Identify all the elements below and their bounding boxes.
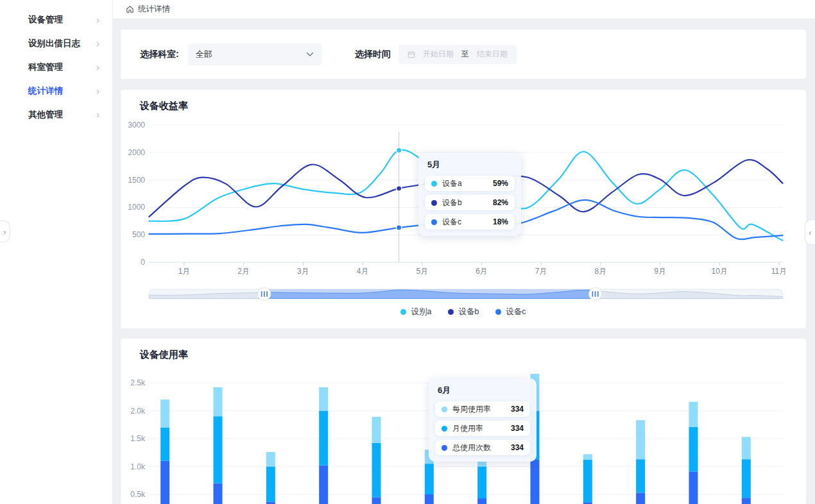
svg-text:11月: 11月 <box>771 267 787 276</box>
bar-segment[interactable] <box>742 437 751 459</box>
usage-chart-tooltip: 6月每周使用率334月使用率334总使用次数334 <box>429 378 536 462</box>
legend-item-2[interactable]: 设备c <box>495 307 526 317</box>
end-date-input[interactable]: 结束日期 <box>477 49 508 60</box>
bar-segment[interactable] <box>477 467 486 499</box>
bar-segment[interactable] <box>213 387 222 416</box>
svg-text:2.0k: 2.0k <box>130 407 146 416</box>
series-dot-icon <box>431 181 437 187</box>
svg-text:10月: 10月 <box>712 267 728 276</box>
tooltip-series-name: 月使用率 <box>452 423 483 434</box>
sidebar-item-label: 统计详情 <box>28 85 63 97</box>
revenue-chart-legend: 设别a设备b设备c <box>121 307 806 317</box>
sidebar-item-label: 其他管理 <box>28 109 63 121</box>
bar-segment[interactable] <box>742 498 751 504</box>
bar-segment[interactable] <box>319 466 328 504</box>
app-root: 设备管理›设别出借日志›科室管理›统计详情›其他管理› 统计详情 选择科室: 全… <box>0 0 815 504</box>
time-filter-label: 选择时间 <box>355 49 391 60</box>
bar-segment[interactable] <box>689 427 698 472</box>
collapse-right-button[interactable]: ‹ <box>805 219 815 245</box>
series-dot-icon <box>431 219 437 225</box>
bar-segment[interactable] <box>319 387 328 411</box>
tooltip-row: 月使用率334 <box>435 421 530 436</box>
bar-segment[interactable] <box>266 501 275 504</box>
datazoom-handle-right[interactable] <box>589 288 602 301</box>
bar-segment[interactable] <box>742 459 751 498</box>
bar-segment[interactable] <box>266 467 275 502</box>
svg-text:500: 500 <box>132 230 145 239</box>
tooltip-row: 总使用次数334 <box>435 440 530 455</box>
legend-item-1[interactable]: 设备b <box>448 307 479 317</box>
filter-card: 选择科室: 全部 选择时间 开始日期 至 结束日期 <box>121 29 806 79</box>
revenue-chart-tooltip: 5月设备a59%设备b82%设备c18% <box>418 153 521 236</box>
bar-segment[interactable] <box>372 417 381 443</box>
svg-text:2000: 2000 <box>128 148 145 157</box>
legend-dot-icon <box>400 309 406 315</box>
usage-chart-card: 设备使用率 0.5k1.0k1.5k2.0k2.5k 6月每周使用率334月使用… <box>121 339 806 504</box>
bar-segment[interactable] <box>160 428 169 461</box>
svg-text:1.5k: 1.5k <box>130 434 146 443</box>
sidebar-item-label: 设备管理 <box>28 14 63 26</box>
svg-text:3月: 3月 <box>297 267 309 276</box>
series-dot-icon <box>442 407 447 412</box>
sidebar-item-0[interactable]: 设备管理› <box>0 8 112 31</box>
legend-label: 设别a <box>411 307 431 317</box>
svg-text:0.5k: 0.5k <box>130 490 146 499</box>
bar-segment[interactable] <box>160 399 169 428</box>
svg-text:2月: 2月 <box>237 267 250 276</box>
home-icon <box>126 5 134 13</box>
bar-segment[interactable] <box>689 402 698 427</box>
dept-select[interactable]: 全部 <box>188 44 322 65</box>
sidebar-item-label: 科室管理 <box>28 62 63 73</box>
tooltip-series-name: 设备b <box>442 197 462 208</box>
start-date-input[interactable]: 开始日期 <box>423 49 454 60</box>
chevron-right-icon: › <box>96 110 99 119</box>
bar-segment[interactable] <box>319 411 328 466</box>
svg-text:5月: 5月 <box>416 267 428 276</box>
date-range-picker[interactable]: 开始日期 至 结束日期 <box>399 45 517 64</box>
bar-segment[interactable] <box>583 460 592 502</box>
bar-segment[interactable] <box>266 452 275 467</box>
tooltip-series-name: 每周使用率 <box>452 404 491 415</box>
bar-segment[interactable] <box>425 494 434 504</box>
bar-segment[interactable] <box>530 460 539 504</box>
bar-segment[interactable] <box>689 471 698 504</box>
bar-segment[interactable] <box>213 416 222 483</box>
svg-text:4月: 4月 <box>357 267 369 276</box>
svg-text:1月: 1月 <box>178 267 191 276</box>
datazoom-handle-left[interactable] <box>258 288 271 301</box>
tooltip-row: 设备a59% <box>425 176 515 191</box>
expand-left-button[interactable]: › <box>0 221 10 242</box>
bar-segment[interactable] <box>372 443 381 497</box>
tooltip-series-value: 334 <box>511 443 524 452</box>
sidebar-item-2[interactable]: 科室管理› <box>0 55 112 79</box>
tooltip-title: 6月 <box>438 385 530 396</box>
legend-label: 设备b <box>458 307 479 317</box>
sidebar-item-1[interactable]: 设别出借日志› <box>0 31 112 55</box>
tooltip-series-name: 总使用次数 <box>452 442 491 453</box>
legend-label: 设备c <box>506 307 526 317</box>
tooltip-series-name: 设备c <box>442 217 461 228</box>
svg-text:1500: 1500 <box>128 176 145 185</box>
bar-segment[interactable] <box>636 420 645 459</box>
svg-text:7月: 7月 <box>535 267 547 276</box>
bar-segment[interactable] <box>213 483 222 504</box>
bar-segment[interactable] <box>372 497 381 504</box>
sidebar-item-3[interactable]: 统计详情› <box>0 79 112 103</box>
legend-item-0[interactable]: 设别a <box>400 307 431 317</box>
calendar-icon <box>408 51 415 58</box>
tooltip-series-name: 设备a <box>442 178 462 189</box>
bar-segment[interactable] <box>583 454 592 460</box>
bar-segment[interactable] <box>636 492 645 504</box>
bar-segment[interactable] <box>425 464 434 494</box>
svg-text:0: 0 <box>141 258 145 267</box>
bar-segment[interactable] <box>477 498 486 504</box>
tooltip-row: 每周使用率334 <box>435 401 530 417</box>
bar-segment[interactable] <box>636 459 645 492</box>
chevron-right-icon: › <box>96 38 99 48</box>
svg-text:2.5k: 2.5k <box>130 378 146 387</box>
bar-segment[interactable] <box>160 461 169 504</box>
svg-text:6月: 6月 <box>476 267 488 276</box>
sidebar-item-4[interactable]: 其他管理› <box>0 103 112 126</box>
dept-select-value: 全部 <box>196 49 212 60</box>
tooltip-series-value: 82% <box>493 198 508 207</box>
